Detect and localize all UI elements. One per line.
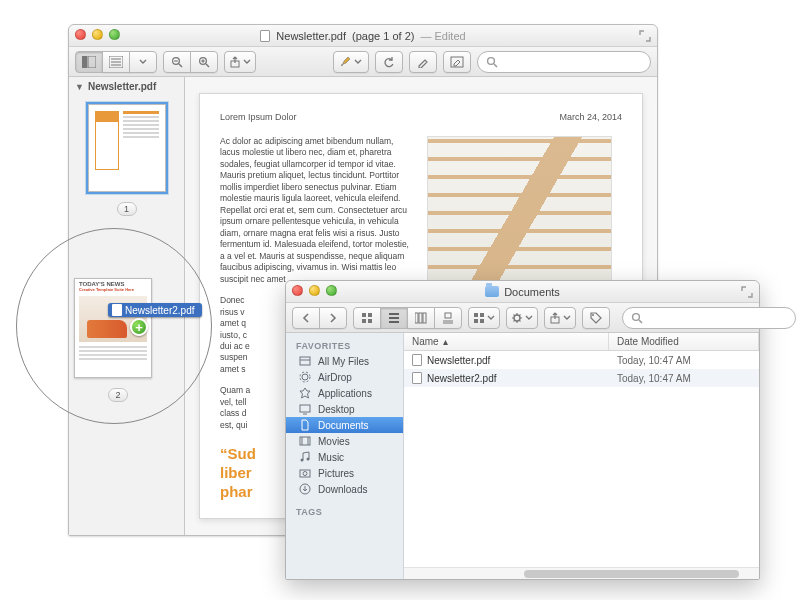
sidebar-item-airdrop[interactable]: AirDrop [286, 369, 403, 385]
document-icon [412, 354, 422, 366]
file-row[interactable]: Newsletter.pdf Today, 10:47 AM [404, 351, 759, 369]
close-icon[interactable] [75, 29, 86, 40]
preview-titlebar[interactable]: Newsletter.pdf (page 1 of 2) — Edited [69, 25, 657, 47]
file-name: Newsletter.pdf [427, 355, 490, 366]
column-view-button[interactable] [407, 307, 435, 329]
svg-rect-27 [445, 313, 451, 318]
finder-search[interactable] [622, 307, 796, 329]
zoom-icon[interactable] [109, 29, 120, 40]
tags-button[interactable] [582, 307, 610, 329]
desktop-icon [298, 403, 312, 415]
svg-line-16 [494, 64, 497, 67]
view-dropdown-button[interactable] [129, 51, 157, 73]
window-controls [75, 29, 120, 40]
coverflow-view-button[interactable] [434, 307, 462, 329]
zoom-icon[interactable] [326, 285, 337, 296]
list-rows[interactable]: Newsletter.pdf Today, 10:47 AM Newslette… [404, 351, 759, 567]
search-icon [486, 56, 498, 68]
sidebar-item-desktop[interactable]: Desktop [286, 401, 403, 417]
view-content-button[interactable] [102, 51, 130, 73]
svg-point-37 [633, 313, 640, 320]
sidebar-item-pictures[interactable]: Pictures [286, 465, 403, 481]
movies-icon [298, 435, 312, 447]
pictures-icon [298, 467, 312, 479]
title-edited: — Edited [420, 30, 465, 42]
file-list: Name▴ Date Modified Newsletter.pdf Today… [404, 333, 759, 579]
share-button[interactable] [224, 51, 256, 73]
svg-rect-0 [82, 56, 87, 68]
finder-toolbar [286, 303, 759, 333]
svg-point-36 [592, 314, 594, 316]
sidebar-item-documents[interactable]: Documents [286, 417, 403, 433]
svg-rect-17 [362, 313, 366, 317]
finder-sidebar: FAVORITES All My Files AirDrop Applicati… [286, 333, 404, 579]
sidebar-doc-header[interactable]: ▼ Newsletter.pdf [69, 77, 184, 96]
drag-filename: Newsletter2.pdf [125, 305, 194, 316]
minimize-icon[interactable] [92, 29, 103, 40]
horizontal-scrollbar[interactable] [404, 567, 759, 579]
minimize-icon[interactable] [309, 285, 320, 296]
nav-segment [292, 307, 347, 329]
svg-rect-30 [474, 313, 478, 317]
forward-button[interactable] [319, 307, 347, 329]
svg-point-41 [302, 374, 308, 380]
zoom-in-button[interactable] [190, 51, 218, 73]
music-icon [298, 451, 312, 463]
zoom-out-button[interactable] [163, 51, 191, 73]
column-header-name[interactable]: Name▴ [404, 333, 609, 350]
svg-line-38 [639, 320, 642, 323]
sidebar-item-music[interactable]: Music [286, 449, 403, 465]
disclosure-triangle-icon[interactable]: ▼ [75, 82, 84, 92]
sidebar-item-applications[interactable]: Applications [286, 385, 403, 401]
title-filename: Newsletter.pdf [276, 30, 346, 42]
sidebar-item-all-my-files[interactable]: All My Files [286, 353, 403, 369]
svg-rect-1 [88, 56, 96, 68]
edit-toolbar-button[interactable] [443, 51, 471, 73]
doc-header-right: March 24, 2014 [559, 112, 622, 122]
highlight-button[interactable] [333, 51, 369, 73]
applications-icon [298, 387, 312, 399]
preview-search-input[interactable] [502, 56, 642, 68]
svg-rect-39 [300, 357, 310, 365]
page-thumbnail-1[interactable] [88, 104, 166, 192]
finder-title-text: Documents [504, 286, 560, 298]
back-button[interactable] [292, 307, 320, 329]
document-icon [112, 304, 122, 316]
fullscreen-icon[interactable] [639, 30, 651, 42]
sidebar-item-movies[interactable]: Movies [286, 433, 403, 449]
sidebar-section-favorites: FAVORITES [286, 337, 403, 353]
documents-icon [298, 419, 312, 431]
doc-header-left: Lorem Ipsum Dolor [220, 112, 297, 122]
markup-button[interactable] [409, 51, 437, 73]
view-mode-segment [75, 51, 157, 73]
share-button[interactable] [544, 307, 576, 329]
all-my-files-icon [298, 355, 312, 367]
svg-rect-19 [362, 319, 366, 323]
preview-search[interactable] [477, 51, 651, 73]
finder-search-input[interactable] [647, 312, 787, 324]
column-header-date[interactable]: Date Modified [609, 333, 759, 350]
title-pageinfo: (page 1 of 2) [352, 30, 414, 42]
file-row[interactable]: Newsletter2.pdf Today, 10:47 AM [404, 369, 759, 387]
close-icon[interactable] [292, 285, 303, 296]
view-thumbnails-button[interactable] [75, 51, 103, 73]
fullscreen-icon[interactable] [741, 286, 753, 298]
rotate-button[interactable] [375, 51, 403, 73]
svg-point-34 [514, 315, 520, 321]
svg-rect-20 [368, 319, 372, 323]
page-thumbnail-2-label: 2 [108, 388, 128, 402]
sidebar-item-downloads[interactable]: Downloads [286, 481, 403, 497]
svg-rect-24 [415, 313, 418, 323]
arrange-button[interactable] [468, 307, 500, 329]
window-title: Newsletter.pdf (page 1 of 2) — Edited [260, 30, 465, 42]
list-view-button[interactable] [380, 307, 408, 329]
preview-toolbar [69, 47, 657, 77]
finder-titlebar[interactable]: Documents [286, 281, 759, 303]
icon-view-button[interactable] [353, 307, 381, 329]
svg-rect-33 [480, 319, 484, 323]
svg-rect-18 [368, 313, 372, 317]
finder-window: Documents [285, 280, 760, 580]
svg-point-51 [303, 472, 307, 476]
action-button[interactable] [506, 307, 538, 329]
document-icon [260, 30, 270, 42]
